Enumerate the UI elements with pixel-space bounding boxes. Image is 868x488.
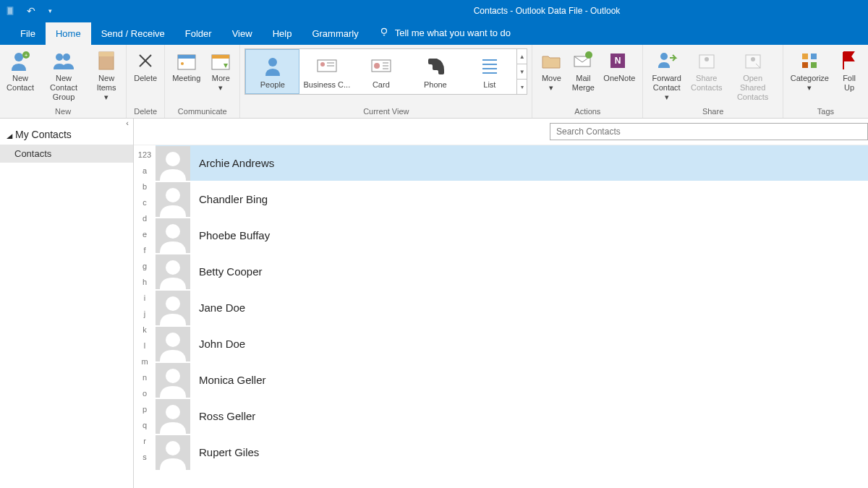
forward-contact-button[interactable]: Forward Contact ▾ (646, 46, 687, 105)
alpha-f[interactable]: f (134, 242, 156, 258)
svg-point-15 (181, 62, 184, 65)
contact-row[interactable]: John Doe (156, 326, 868, 362)
alpha-b[interactable]: b (134, 179, 156, 194)
contact-row[interactable]: Betty Cooper (156, 254, 868, 290)
view-gallery-scroll[interactable]: ▲ ▼ ▾ (516, 49, 527, 94)
contact-row[interactable]: Jane Doe (156, 290, 868, 326)
svg-point-50 (166, 224, 180, 239)
tab-view[interactable]: View (222, 22, 263, 45)
contact-name: Rupert Giles (199, 446, 259, 458)
group-current-view: People Business C... Card Phone List (240, 45, 532, 118)
tab-file[interactable]: File (10, 22, 46, 45)
contact-row[interactable]: Monica Geller (156, 362, 868, 398)
svg-point-40 (751, 57, 755, 61)
new-contact-group-icon (52, 49, 75, 72)
alpha-j[interactable]: j (134, 306, 156, 322)
svg-point-8 (63, 53, 70, 61)
ribbon-tabs: File Home Send / Receive Folder View Hel… (0, 22, 868, 45)
tab-send-receive[interactable]: Send / Receive (91, 22, 175, 45)
group-communicate: Meeting More ▾ Communicate (165, 45, 240, 118)
collapse-nav-icon[interactable]: ‹ (126, 119, 129, 127)
svg-rect-43 (802, 62, 808, 68)
alpha-s[interactable]: s (134, 449, 156, 465)
group-delete: Delete Delete (127, 45, 165, 118)
nav-item-contacts[interactable]: Contacts (0, 145, 133, 163)
nav-header-my-contacts[interactable]: My Contacts (0, 124, 133, 145)
scroll-up-icon[interactable]: ▲ (517, 49, 527, 64)
avatar-icon (156, 291, 190, 325)
view-gallery: People Business C... Card Phone List (244, 48, 527, 95)
search-contacts-input[interactable] (550, 123, 868, 140)
alpha-q[interactable]: q (134, 417, 156, 433)
contact-name: Jane Doe (199, 301, 245, 314)
categorize-icon (798, 49, 821, 72)
meeting-icon (175, 49, 198, 72)
alpha-123[interactable]: 123 (134, 147, 156, 163)
tab-folder[interactable]: Folder (175, 22, 222, 45)
more-communicate-button[interactable]: More ▾ (205, 46, 237, 95)
lightbulb-icon (379, 27, 389, 39)
qat-customize-icon[interactable]: ▾ (43, 4, 56, 17)
svg-rect-14 (178, 55, 195, 59)
new-items-button[interactable]: New Items ▾ (90, 46, 123, 105)
delete-button[interactable]: Delete (129, 46, 161, 86)
view-list[interactable]: List (462, 49, 516, 94)
svg-point-20 (320, 62, 325, 67)
view-card[interactable]: Card (354, 49, 408, 94)
alpha-a[interactable]: a (134, 163, 156, 179)
alpha-e[interactable]: e (134, 226, 156, 242)
view-business-card[interactable]: Business C... (299, 49, 354, 94)
alpha-g[interactable]: g (134, 258, 156, 274)
meeting-button[interactable]: Meeting (168, 46, 205, 86)
move-button[interactable]: Move ▾ (535, 46, 567, 95)
alpha-k[interactable]: k (134, 322, 156, 338)
svg-point-56 (166, 333, 180, 347)
tab-grammarly[interactable]: Grammarly (302, 22, 368, 45)
phone-view-icon (424, 54, 447, 77)
onenote-icon: N (608, 49, 631, 72)
avatar-icon (156, 363, 190, 398)
tab-home[interactable]: Home (46, 22, 91, 45)
alpha-p[interactable]: p (134, 401, 156, 417)
outlook-icon (6, 4, 19, 17)
alpha-n[interactable]: n (134, 369, 156, 385)
alpha-o[interactable]: o (134, 385, 156, 401)
tab-help[interactable]: Help (263, 22, 302, 45)
alpha-r[interactable]: r (134, 433, 156, 449)
ribbon: + New Contact New Contact Group New Item… (0, 45, 868, 119)
forward-contact-icon (655, 49, 678, 72)
view-phone[interactable]: Phone (408, 49, 462, 94)
svg-point-38 (705, 57, 709, 61)
contact-row[interactable]: Rupert Giles (156, 435, 868, 471)
new-contact-group-button[interactable]: New Contact Group (38, 46, 90, 105)
navigation-pane: ‹ My Contacts Contacts (0, 119, 134, 488)
onenote-button[interactable]: N OneNote (599, 46, 639, 86)
view-people[interactable]: People (245, 49, 299, 94)
alpha-m[interactable]: m (134, 354, 156, 369)
scroll-more-icon[interactable]: ▾ (517, 80, 527, 94)
contact-row[interactable]: Phoebe Buffay (156, 218, 868, 254)
scroll-down-icon[interactable]: ▼ (517, 64, 527, 80)
contact-row[interactable]: Archie Andrews (156, 145, 868, 181)
alpha-d[interactable]: d (134, 210, 156, 226)
follow-up-button[interactable]: Foll Up (833, 46, 865, 95)
svg-point-62 (166, 441, 180, 455)
contact-name: Archie Andrews (199, 157, 274, 169)
mail-merge-button[interactable]: Mail Merge (567, 46, 599, 95)
contact-row[interactable]: Ross Geller (156, 398, 868, 435)
quick-access-toolbar: ↶ ▾ (0, 4, 62, 17)
new-contact-button[interactable]: + New Contact (3, 46, 38, 95)
contact-row[interactable]: Chandler Bing (156, 181, 868, 218)
svg-point-52 (166, 260, 180, 275)
alpha-h[interactable]: h (134, 274, 156, 290)
undo-icon[interactable]: ↶ (25, 4, 38, 17)
alpha-i[interactable]: i (134, 290, 156, 306)
new-items-icon (95, 49, 118, 72)
svg-point-2 (381, 28, 386, 33)
tell-me-search[interactable]: Tell me what you want to do (369, 21, 521, 45)
categorize-button[interactable]: Categorize ▾ (786, 46, 833, 95)
alpha-c[interactable]: c (134, 194, 156, 210)
new-contact-icon: + (9, 49, 32, 72)
alpha-index[interactable]: 123abcdefghijklmnopqrs (134, 145, 156, 488)
alpha-l[interactable]: l (134, 338, 156, 354)
